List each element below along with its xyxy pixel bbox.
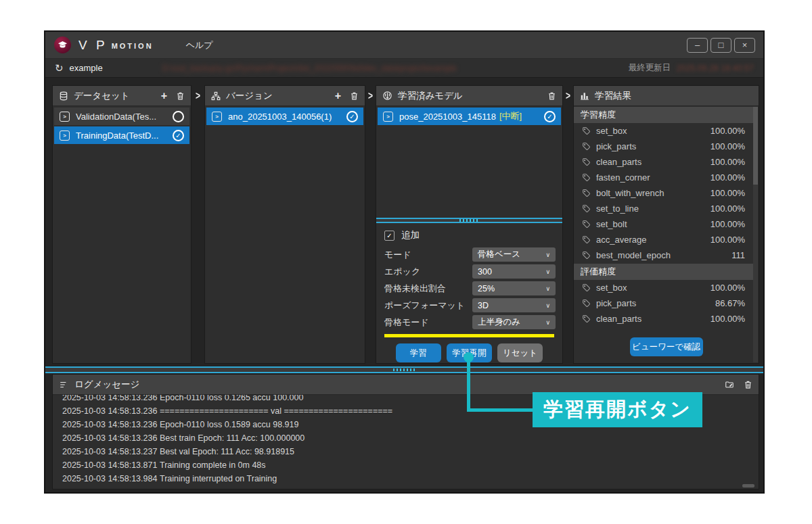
dataset-row-training[interactable]: > TrainingData(TestD... ✓	[54, 126, 189, 144]
metric-name: set_to_line	[596, 204, 639, 214]
tag-icon	[582, 142, 591, 151]
tag-icon	[582, 158, 591, 166]
checked-circle-icon[interactable]: ✓	[544, 111, 556, 122]
metric-name: pick_parts	[596, 298, 636, 308]
reset-button[interactable]: リセット	[497, 343, 543, 362]
model-panel-header: 学習済みモデル	[376, 86, 562, 106]
metric-value: 100.00%	[710, 219, 745, 229]
dataset-panel-title: データセット	[74, 90, 130, 102]
section-header-label: 評価精度	[581, 266, 616, 278]
app-window: V P MOTION ヘルプ – □ × ↻ example D:\osd_ba…	[44, 30, 765, 494]
additional-training-checkbox[interactable]: ✓	[384, 231, 394, 241]
close-button[interactable]: ×	[734, 38, 755, 53]
version-panel: バージョン + > ano_20251003_140056(1) ✓	[204, 85, 365, 364]
epoch-label: エポック	[383, 266, 472, 278]
model-panel-splitter[interactable]	[376, 218, 562, 223]
expand-arrow-icon[interactable]: >	[212, 112, 222, 122]
result-row: set_box 100.00%	[574, 280, 753, 295]
checked-circle-icon[interactable]: ✓	[173, 130, 184, 141]
panel-gap: >	[191, 85, 204, 366]
splitter-grip[interactable]	[393, 368, 416, 371]
mode-label: モード	[383, 249, 472, 261]
epoch-select[interactable]: 300 ∨	[472, 264, 556, 279]
collapse-chevron-icon[interactable]: >	[368, 90, 373, 102]
add-dataset-button[interactable]: +	[161, 91, 167, 101]
metric-name: bolt_with_wrench	[596, 188, 664, 198]
app-logo	[54, 37, 71, 53]
open-viewer-button[interactable]: ビューワーで確認	[630, 337, 703, 356]
chevron-down-icon: ∨	[545, 302, 550, 309]
collapse-chevron-icon[interactable]: >	[566, 90, 570, 102]
clear-log-button[interactable]	[744, 380, 752, 389]
log-splitter[interactable]	[45, 366, 763, 373]
result-row: fasten_corner 100.00%	[574, 170, 753, 185]
database-icon	[59, 91, 68, 101]
results-scrollbar[interactable]	[753, 107, 758, 362]
add-version-button[interactable]: +	[335, 91, 341, 101]
metric-name: set_box	[596, 283, 627, 293]
tag-icon	[582, 283, 591, 292]
splitter-grip[interactable]	[459, 219, 480, 222]
delete-dataset-button[interactable]	[176, 91, 185, 101]
unchecked-circle-icon[interactable]	[173, 111, 184, 122]
section-header-label: 学習精度	[581, 109, 616, 121]
log-message: ====================== val =============…	[160, 406, 392, 416]
skeleton-mode-select[interactable]: 上半身のみ ∨	[472, 315, 556, 329]
metric-name: pick_parts	[596, 141, 636, 151]
metric-name: set_bolt	[596, 219, 627, 229]
delete-version-button[interactable]	[350, 91, 359, 101]
collapse-chevron-icon[interactable]: >	[196, 90, 200, 102]
tag-icon	[582, 204, 591, 213]
model-row[interactable]: > pose_20251003_145118 [中断] ✓	[378, 108, 561, 125]
mode-select[interactable]: 骨格ベース ∨	[472, 247, 556, 262]
pose-format-label: ポーズフォーマット	[383, 300, 472, 312]
log-message: Training interrupted on Training	[160, 474, 277, 483]
result-row: clean_parts 100.00%	[574, 311, 753, 327]
log-horizontal-scrollbar[interactable]	[742, 484, 754, 487]
export-log-icon[interactable]	[724, 380, 735, 389]
tag-icon	[582, 220, 591, 229]
tag-icon	[582, 251, 591, 260]
epoch-value: 300	[478, 267, 492, 277]
model-panel-title: 学習済みモデル	[398, 90, 463, 102]
log-timestamp: 2025-10-03 14:58:13.236	[53, 433, 160, 443]
menu-help[interactable]: ヘルプ	[186, 39, 213, 51]
minimize-button[interactable]: –	[687, 38, 708, 53]
maximize-button[interactable]: □	[710, 38, 731, 53]
tag-icon	[582, 314, 591, 323]
result-row: set_to_line 100.00%	[574, 201, 753, 216]
expand-arrow-icon[interactable]: >	[60, 130, 70, 141]
results-panel: 学習結果 学習精度 set_box 100.00% pick_parts 100…	[573, 85, 759, 364]
delete-model-button[interactable]	[547, 91, 556, 101]
pose-format-select[interactable]: 3D ∨	[472, 298, 556, 312]
checked-circle-icon[interactable]: ✓	[346, 111, 358, 122]
expand-arrow-icon[interactable]: >	[60, 112, 70, 122]
skeleton-mode-label: 骨格モード	[383, 316, 472, 329]
result-row: best_model_epoch 111	[574, 247, 753, 263]
metric-value: 100.00%	[710, 204, 745, 214]
tag-icon	[582, 299, 591, 308]
expand-arrow-icon[interactable]: >	[383, 112, 393, 122]
log-entry: 2025-10-03 14:58:13.984 Training interru…	[53, 472, 759, 485]
refresh-icon[interactable]: ↻	[55, 63, 64, 73]
evaluation-accuracy-header: 評価精度	[574, 264, 753, 280]
panel-gap: >	[563, 85, 573, 366]
log-entry: 2025-10-03 14:58:13.871 Training complet…	[53, 458, 759, 472]
callout-label: 学習再開ボタン	[533, 392, 702, 427]
train-button[interactable]: 学習	[396, 343, 441, 362]
log-message: Epoch-0110 loss 0.1589 accu 98.919	[160, 420, 298, 429]
results-scrollbar-thumb[interactable]	[753, 107, 758, 185]
brand-vp: V P	[78, 38, 108, 53]
log-message: Best val Epoch: 111 Acc: 98.918915	[160, 447, 294, 456]
skeleton-mode-row: 骨格モード 上半身のみ ∨	[383, 315, 556, 329]
metric-value: 100.00%	[710, 283, 745, 293]
callout-line-vertical	[467, 358, 470, 412]
version-row[interactable]: > ano_20251003_140056(1) ✓	[206, 108, 363, 125]
skeleton-missing-rate-select[interactable]: 25% ∨	[472, 281, 556, 295]
dataset-row-validation[interactable]: > ValidationData(Tes...	[54, 108, 189, 125]
metric-name: clean_parts	[596, 157, 641, 167]
metric-name: best_model_epoch	[596, 250, 671, 260]
mode-value: 骨格ベース	[478, 249, 520, 260]
pose-format-value: 3D	[478, 301, 489, 310]
metric-value: 100.00%	[710, 157, 745, 167]
